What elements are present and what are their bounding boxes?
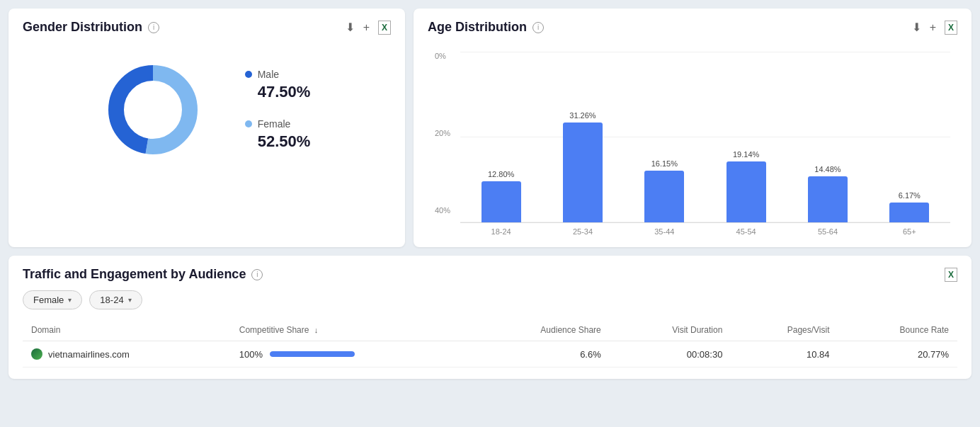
col-pages-visit-label: Pages/Visit — [787, 325, 830, 335]
y-label-0: 0% — [435, 52, 456, 60]
x-label-65+: 65+ — [869, 227, 950, 236]
gender-title-group: Gender Distribution i — [23, 20, 159, 35]
bar-18-24 — [482, 181, 521, 222]
traffic-excel-icon[interactable]: X — [945, 268, 957, 282]
x-label-18-24: 18-24 — [460, 227, 542, 236]
gender-body: Male 47.50% Female 52.50% — [23, 46, 391, 173]
comp-share-bar-fill — [270, 351, 355, 357]
gender-filter-button[interactable]: Female ▾ — [23, 290, 82, 309]
gender-card-actions: ⬇ + X — [346, 21, 391, 35]
age-add-icon[interactable]: + — [930, 21, 936, 34]
x-label-45-54: 45-54 — [705, 227, 787, 236]
col-bounce-rate: Bounce Rate — [838, 319, 957, 341]
cell-bounce-rate: 20.77% — [838, 341, 957, 368]
gender-donut-chart — [103, 60, 203, 159]
female-label-text: Female — [258, 118, 291, 130]
chart-area: 12.80%31.26%16.15%19.14%14.48%6.17% 18-2… — [460, 52, 950, 236]
x-label-55-64: 55-64 — [787, 227, 868, 236]
age-card-actions: ⬇ + X — [912, 21, 957, 35]
grid-line-20 — [460, 137, 950, 137]
gender-legend: Male 47.50% Female 52.50% — [245, 69, 311, 151]
filters-row: Female ▾ 18-24 ▾ — [23, 290, 957, 309]
gender-card-header: Gender Distribution i ⬇ + X — [23, 20, 391, 35]
female-percentage: 52.50% — [245, 132, 311, 151]
x-label-25-34: 25-34 — [542, 227, 623, 236]
table-body: vietnamairlines.com 100% 6.6%00:08:3010.… — [23, 341, 957, 368]
comp-share-sort-icon: ↓ — [314, 326, 319, 334]
comp-share-bar-bg — [270, 351, 355, 357]
gender-distribution-card: Gender Distribution i ⬇ + X — [8, 8, 405, 247]
bar-value-45-54: 19.14% — [733, 150, 759, 159]
bar-value-25-34: 31.26% — [569, 111, 596, 120]
col-domain-label: Domain — [31, 325, 60, 335]
col-audience-share: Audience Share — [469, 319, 609, 341]
female-dot — [245, 120, 252, 127]
bar-group-35-44: 16.15% — [624, 159, 705, 222]
bar-55-64 — [808, 176, 848, 222]
age-download-icon[interactable]: ⬇ — [912, 21, 921, 34]
col-pages-visit: Pages/Visit — [731, 319, 838, 341]
age-card-header: Age Distribution i ⬇ + X — [428, 20, 957, 35]
bar-value-65+: 6.17% — [899, 191, 921, 200]
comp-share-pct: 100% — [239, 349, 263, 360]
bar-group-45-54: 19.14% — [705, 150, 787, 222]
age-bar-chart: 40% 20% 0% 12.80%31.26%16.15%19.14%14.48… — [435, 52, 950, 236]
bar-group-25-34: 31.26% — [542, 111, 623, 222]
male-dot — [245, 71, 252, 78]
male-legend-label: Male — [245, 69, 311, 80]
cell-visit-duration: 00:08:30 — [610, 341, 731, 368]
bar-65+ — [889, 203, 929, 222]
gender-filter-label: Female — [33, 295, 64, 305]
domain-cell: vietnamairlines.com — [31, 348, 222, 360]
col-bounce-rate-label: Bounce Rate — [900, 325, 949, 335]
y-label-20: 20% — [435, 129, 456, 137]
bar-35-44 — [644, 171, 684, 222]
cell-audience-share: 6.6% — [469, 341, 609, 368]
traffic-section-header: Traffic and Engagement by Audience i X — [23, 267, 957, 282]
gender-add-icon[interactable]: + — [363, 21, 370, 34]
age-info-icon[interactable]: i — [532, 22, 544, 33]
traffic-section-title: Traffic and Engagement by Audience — [23, 267, 246, 282]
y-label-40: 40% — [435, 206, 456, 215]
traffic-title-group: Traffic and Engagement by Audience i — [23, 267, 263, 282]
col-visit-duration-label: Visit Duration — [672, 325, 722, 335]
traffic-info-icon[interactable]: i — [251, 269, 263, 280]
table-row: vietnamairlines.com 100% 6.6%00:08:3010.… — [23, 341, 957, 368]
x-labels: 18-2425-3435-4445-5455-6465+ — [460, 223, 950, 236]
male-label-text: Male — [258, 69, 279, 80]
bar-group-18-24: 12.80% — [460, 170, 542, 222]
domain-favicon — [31, 348, 42, 360]
col-domain: Domain — [23, 319, 231, 341]
col-visit-duration: Visit Duration — [610, 319, 731, 341]
table-header: Domain Competitive Share ↓ Audience Shar… — [23, 319, 957, 341]
gender-excel-icon[interactable]: X — [378, 21, 391, 35]
male-percentage: 47.50% — [245, 83, 311, 101]
col-comp-share[interactable]: Competitive Share ↓ — [231, 319, 470, 341]
female-legend-label: Female — [245, 118, 311, 130]
gender-filter-chevron-icon: ▾ — [68, 296, 72, 304]
domain-name: vietnamairlines.com — [48, 349, 130, 360]
bar-value-55-64: 14.48% — [814, 165, 841, 173]
table-header-row: Domain Competitive Share ↓ Audience Shar… — [23, 319, 957, 341]
age-filter-button[interactable]: 18-24 ▾ — [89, 290, 142, 309]
bars-wrapper: 12.80%31.26%16.15%19.14%14.48%6.17% — [460, 52, 950, 223]
bar-value-18-24: 12.80% — [488, 170, 514, 178]
gender-download-icon[interactable]: ⬇ — [346, 21, 355, 34]
y-axis: 40% 20% 0% — [435, 52, 456, 215]
x-label-35-44: 35-44 — [624, 227, 705, 236]
age-filter-label: 18-24 — [100, 295, 123, 305]
cell-domain: vietnamairlines.com — [23, 341, 231, 368]
gender-info-icon[interactable]: i — [148, 22, 159, 33]
cell-comp-share: 100% — [231, 341, 470, 368]
age-distribution-card: Age Distribution i ⬇ + X 40% 20% 0% — [414, 8, 972, 247]
cell-pages-visit: 10.84 — [731, 341, 838, 368]
traffic-table: Domain Competitive Share ↓ Audience Shar… — [23, 319, 957, 368]
age-excel-icon[interactable]: X — [945, 21, 957, 35]
male-legend-item: Male 47.50% — [245, 69, 311, 101]
comp-share-cell: 100% — [239, 349, 462, 360]
age-chart-body: 40% 20% 0% 12.80%31.26%16.15%19.14%14.48… — [428, 46, 957, 236]
traffic-engagement-section: Traffic and Engagement by Audience i X F… — [8, 256, 972, 379]
bar-group-65+: 6.17% — [869, 191, 950, 222]
age-title-group: Age Distribution i — [428, 20, 544, 35]
col-comp-share-label: Competitive Share — [239, 325, 309, 335]
